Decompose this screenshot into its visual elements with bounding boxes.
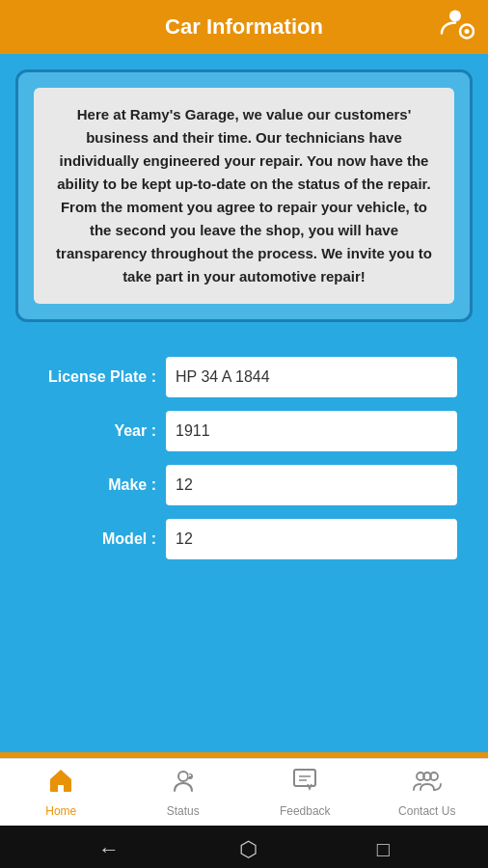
svg-point-2 <box>465 29 470 34</box>
year-input[interactable] <box>166 411 457 451</box>
nav-bar: Home i Status Feedback <box>0 758 488 826</box>
header-title: Car Information <box>165 14 323 40</box>
feedback-icon <box>291 767 318 800</box>
android-nav-bar: ← ⬡ □ <box>0 826 488 868</box>
android-home-button[interactable]: ⬡ <box>239 837 258 862</box>
nav-feedback-label: Feedback <box>280 804 331 818</box>
home-icon <box>47 767 74 800</box>
user-settings-icon[interactable] <box>440 7 474 48</box>
main-content: Here at Ramy's Garage, we value our cust… <box>0 54 488 752</box>
nav-home-label: Home <box>45 804 76 818</box>
welcome-text: Here at Ramy's Garage, we value our cust… <box>34 88 454 304</box>
year-row: Year : <box>31 411 457 451</box>
make-row: Make : <box>31 465 457 505</box>
make-label: Make : <box>31 476 156 494</box>
year-label: Year : <box>31 422 156 440</box>
svg-rect-7 <box>294 770 315 786</box>
svg-point-0 <box>449 11 461 22</box>
license-plate-input[interactable] <box>166 357 457 397</box>
nav-status-label: Status <box>167 804 200 818</box>
contact-icon <box>413 767 442 800</box>
license-plate-row: License Plate : <box>31 357 457 397</box>
make-input[interactable] <box>166 465 457 505</box>
model-input[interactable] <box>166 519 457 559</box>
status-icon: i <box>170 767 197 800</box>
welcome-card: Here at Ramy's Garage, we value our cust… <box>15 69 473 322</box>
nav-item-contact[interactable]: Contact Us <box>366 759 489 826</box>
nav-item-status[interactable]: i Status <box>122 759 245 826</box>
android-recents-button[interactable]: □ <box>377 837 390 862</box>
license-plate-label: License Plate : <box>31 368 156 386</box>
android-back-button[interactable]: ← <box>98 837 120 862</box>
form-card: License Plate : Year : Make : Model : <box>15 338 473 579</box>
model-label: Model : <box>31 530 156 548</box>
nav-item-home[interactable]: Home <box>0 759 122 826</box>
nav-contact-label: Contact Us <box>398 804 455 818</box>
nav-item-feedback[interactable]: Feedback <box>244 759 366 826</box>
model-row: Model : <box>31 519 457 559</box>
svg-point-3 <box>178 772 188 781</box>
header: Car Information <box>0 0 488 54</box>
